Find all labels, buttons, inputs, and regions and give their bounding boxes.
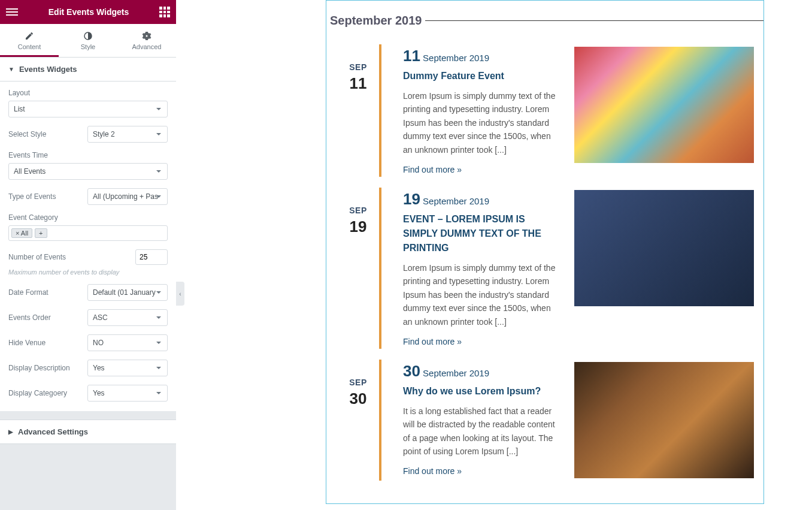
event-description: It is a long established fact that a rea… bbox=[403, 405, 556, 458]
event-date-badge: SEP 19 bbox=[337, 188, 379, 349]
events-order-label: Events Order bbox=[8, 313, 51, 322]
event-image bbox=[574, 190, 754, 306]
events-time-select[interactable]: All Events bbox=[8, 163, 168, 180]
event-description: Lorem Ipsum is simply dummy text of the … bbox=[403, 261, 556, 328]
divider bbox=[425, 20, 763, 21]
event-date-badge: SEP 11 bbox=[337, 44, 379, 177]
event-title[interactable]: Why do we use Lorem Ipsum? bbox=[403, 384, 556, 399]
apps-icon[interactable] bbox=[159, 7, 170, 17]
event-image bbox=[574, 362, 754, 478]
editor-sidebar: Edit Events Widgets Content Style Ad bbox=[0, 0, 176, 510]
type-events-label: Type of Events bbox=[8, 192, 56, 201]
event-date-badge: SEP 30 bbox=[337, 360, 379, 481]
type-events-select[interactable]: All (Upcoming + Pas bbox=[87, 188, 168, 205]
contrast-icon bbox=[59, 31, 117, 41]
menu-icon[interactable] bbox=[6, 8, 18, 16]
sidebar-header: Edit Events Widgets bbox=[0, 0, 176, 24]
sidebar-title: Edit Events Widgets bbox=[18, 7, 159, 17]
caret-down-icon: ▼ bbox=[8, 66, 14, 73]
event-date-line: 30 September 2019 bbox=[403, 362, 556, 381]
hide-venue-select[interactable]: NO bbox=[87, 334, 168, 351]
date-format-select[interactable]: Default (01 January bbox=[87, 284, 168, 301]
find-out-more-link[interactable]: Find out more » bbox=[403, 466, 556, 476]
event-description: Lorem Ipsum is simply dummy text of the … bbox=[403, 89, 556, 156]
layout-select[interactable]: List bbox=[8, 101, 168, 117]
event-item: SEP 19 19 September 2019 EVENT – LOREM I… bbox=[326, 188, 763, 360]
tab-advanced[interactable]: Advanced bbox=[117, 24, 176, 57]
event-image bbox=[574, 47, 754, 163]
events-time-label: Events Time bbox=[8, 151, 168, 159]
section-events-widgets[interactable]: ▼ Events Widgets bbox=[0, 58, 176, 82]
events-widget[interactable]: September 2019 SEP 11 11 September 2019 … bbox=[326, 0, 764, 504]
display-cat-select[interactable]: Yes bbox=[87, 385, 168, 402]
tab-style[interactable]: Style bbox=[59, 24, 117, 57]
section-advanced-settings[interactable]: ▶ Advanced Settings bbox=[0, 420, 176, 444]
caret-right-icon: ▶ bbox=[8, 428, 13, 435]
event-date-line: 11 September 2019 bbox=[403, 47, 556, 65]
event-item: SEP 11 11 September 2019 Dummy Feature E… bbox=[326, 44, 763, 188]
find-out-more-link[interactable]: Find out more » bbox=[403, 165, 556, 174]
hide-venue-label: Hide Venue bbox=[8, 339, 46, 347]
gear-icon bbox=[117, 31, 176, 41]
event-date-line: 19 September 2019 bbox=[403, 190, 556, 209]
select-style-select[interactable]: Style 2 bbox=[87, 126, 168, 143]
svg-point-1 bbox=[146, 35, 148, 37]
event-category-input[interactable]: × All + bbox=[8, 225, 168, 241]
display-desc-label: Display Description bbox=[8, 364, 70, 372]
num-events-input[interactable] bbox=[135, 249, 168, 265]
event-title[interactable]: EVENT – LOREM IPSUM IS SIMPLY DUMMY TEXT… bbox=[403, 212, 556, 255]
num-events-label: Number of Events bbox=[8, 253, 66, 261]
event-category-label: Event Category bbox=[8, 213, 168, 222]
preview-area: September 2019 SEP 11 11 September 2019 … bbox=[176, 0, 812, 510]
controls-panel: Layout List Select Style Style 2 Events … bbox=[0, 82, 176, 411]
display-cat-label: Display Categoery bbox=[8, 389, 67, 397]
month-title: September 2019 bbox=[326, 14, 425, 28]
num-events-hint: Maximum number of events to display bbox=[8, 268, 168, 276]
display-desc-select[interactable]: Yes bbox=[87, 360, 168, 376]
pencil-icon bbox=[0, 31, 59, 41]
select-style-label: Select Style bbox=[8, 130, 46, 138]
event-title[interactable]: Dummy Feature Event bbox=[403, 69, 556, 83]
event-item: SEP 30 30 September 2019 Why do we use L… bbox=[326, 360, 763, 491]
month-header: September 2019 bbox=[326, 14, 763, 28]
category-tag-all[interactable]: × All bbox=[11, 228, 32, 238]
date-format-label: Date Format bbox=[8, 288, 49, 297]
find-out-more-link[interactable]: Find out more » bbox=[403, 337, 556, 346]
layout-label: Layout bbox=[8, 89, 168, 97]
editor-tabs: Content Style Advanced bbox=[0, 24, 176, 58]
events-order-select[interactable]: ASC bbox=[87, 309, 168, 326]
category-add-button[interactable]: + bbox=[35, 228, 47, 238]
tab-content[interactable]: Content bbox=[0, 24, 59, 57]
